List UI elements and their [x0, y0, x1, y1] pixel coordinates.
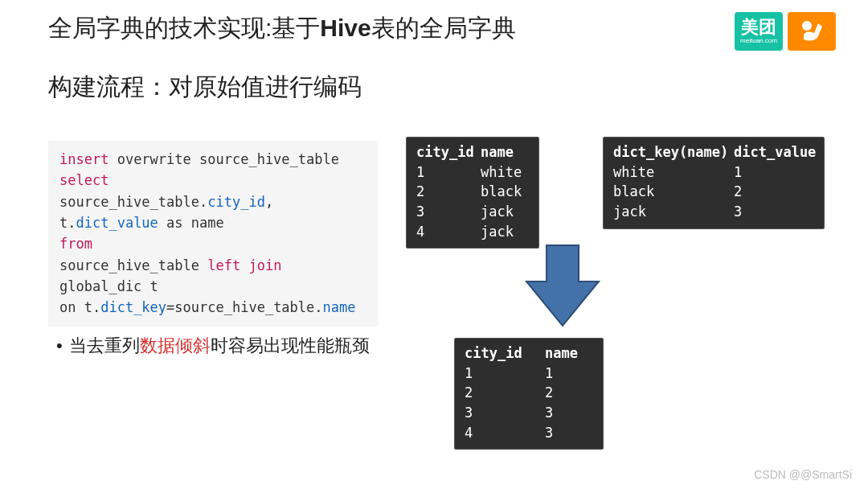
- bullet-t1: 当去重列: [69, 335, 140, 355]
- logo-text: 美团: [741, 18, 776, 36]
- code-line: t.dict_value as name: [59, 212, 366, 233]
- title-pre: 全局字典的技术实现:基于: [48, 14, 320, 41]
- table-header: city_id name: [416, 142, 529, 162]
- logo-right-icon: [788, 12, 836, 51]
- table-row: 2black: [416, 182, 529, 202]
- table-row: black2: [613, 182, 814, 202]
- code-line: select: [59, 170, 366, 191]
- result-table: city_id name 11 22 33 43: [454, 338, 604, 450]
- source-table: city_id name 1white 2black 3jack 4jack: [406, 137, 539, 249]
- code-line: from: [59, 233, 366, 254]
- code-line: source_hive_table left join global_dic t: [59, 255, 366, 298]
- code-line: on t.dict_key=source_hive_table.name: [59, 297, 366, 318]
- slide-title: 全局字典的技术实现:基于Hive表的全局字典: [48, 12, 735, 45]
- down-arrow-icon: [522, 241, 603, 333]
- code-line: insert overwrite source_hive_table: [59, 149, 366, 170]
- bullet-red: 数据倾斜: [140, 335, 211, 355]
- table-row: white1: [613, 162, 814, 183]
- logo-sub: meituan.com: [740, 38, 777, 44]
- code-line: source_hive_table.city_id,: [59, 191, 366, 212]
- dict-table: dict_key(name) dict_value white1 black2 …: [603, 137, 825, 229]
- table-row: 3jack: [416, 202, 529, 222]
- table-header: city_id name: [465, 343, 593, 364]
- table-row: 11: [465, 364, 593, 384]
- title-post: 表的全局字典: [371, 14, 516, 41]
- table-row: 4jack: [416, 222, 529, 242]
- watermark: CSDN @@SmartSi: [754, 468, 852, 481]
- title-hive: Hive: [320, 14, 371, 41]
- table-row: 43: [465, 423, 593, 443]
- bullet-dot: •: [56, 335, 63, 356]
- table-row: 22: [465, 383, 593, 403]
- slide-subtitle: 构建流程：对原始值进行编码: [0, 51, 868, 104]
- bullet-note: •当去重列数据倾斜时容易出现性能瓶颈: [56, 334, 370, 358]
- table-row: jack3: [613, 202, 814, 222]
- svg-point-0: [802, 21, 812, 31]
- meituan-logo: 美团 meituan.com: [735, 12, 836, 51]
- table-row: 1white: [416, 162, 529, 183]
- table-row: 33: [465, 403, 593, 423]
- sql-code-block: insert overwrite source_hive_table selec…: [48, 141, 378, 327]
- bullet-t2: 时容易出现性能瓶颈: [211, 335, 370, 355]
- table-header: dict_key(name) dict_value: [613, 142, 814, 162]
- slide-header: 全局字典的技术实现:基于Hive表的全局字典 美团 meituan.com: [0, 0, 868, 51]
- logo-left: 美团 meituan.com: [735, 12, 783, 51]
